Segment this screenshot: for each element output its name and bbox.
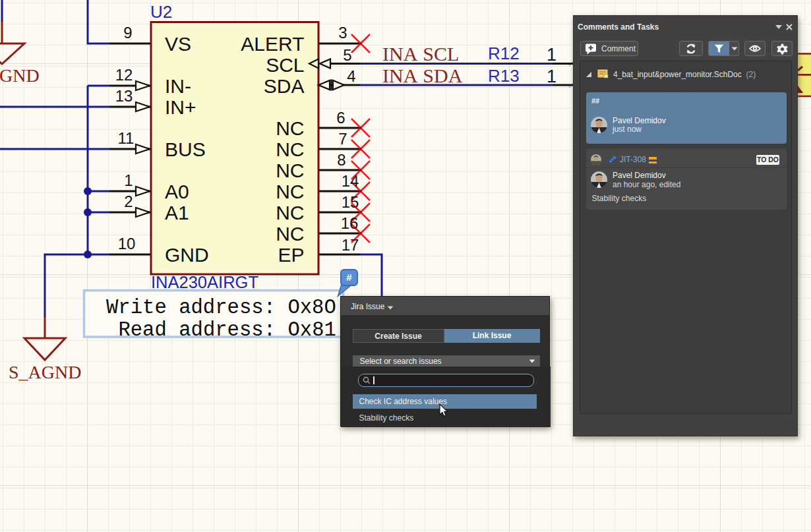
svg-text:16: 16	[341, 214, 359, 232]
svg-text:SDA: SDA	[264, 75, 305, 97]
svg-text:VS: VS	[165, 33, 191, 55]
svg-text:NC: NC	[276, 181, 304, 202]
svg-text:14: 14	[342, 172, 359, 190]
svg-text:INASCL: INASCL	[382, 43, 459, 65]
svg-text:13: 13	[115, 87, 133, 105]
svg-text:2: 2	[124, 192, 133, 210]
svg-text:ALERT: ALERT	[241, 33, 304, 55]
svg-text:NC: NC	[276, 138, 304, 160]
svg-text:6: 6	[336, 109, 345, 127]
svg-text:9: 9	[123, 24, 132, 42]
svg-text:NC: NC	[276, 223, 304, 245]
svg-text:R13: R13	[488, 66, 520, 86]
svg-text:R12: R12	[488, 44, 520, 63]
svg-text:NC: NC	[276, 160, 304, 181]
svg-text:U2: U2	[150, 2, 172, 22]
svg-text:15: 15	[342, 193, 359, 211]
svg-text:Read address: Ox81: Read address: Ox81	[118, 319, 336, 341]
svg-text:NC: NC	[276, 117, 304, 139]
svg-text:4: 4	[347, 67, 355, 85]
svg-text:7: 7	[338, 130, 347, 148]
svg-text:Write address: Ox8O: Write address: Ox8O	[106, 297, 336, 319]
svg-text:17: 17	[342, 236, 359, 254]
svg-text:A1: A1	[165, 202, 189, 223]
svg-text:SCL: SCL	[266, 54, 304, 76]
svg-text:5: 5	[343, 46, 351, 64]
svg-text:NC: NC	[276, 202, 304, 223]
svg-text:10: 10	[118, 235, 136, 252]
svg-text:GND: GND	[165, 244, 209, 266]
svg-text:3: 3	[338, 24, 347, 42]
svg-text:INA230AIRGT: INA230AIRGT	[151, 273, 258, 291]
svg-text:1: 1	[547, 67, 556, 86]
svg-text:INASDA: INASDA	[382, 65, 463, 86]
svg-text:1: 1	[547, 45, 556, 65]
svg-text:BUS: BUS	[165, 138, 206, 160]
svg-text:S_AGND: S_AGND	[9, 362, 81, 382]
svg-text:IN+: IN+	[165, 96, 196, 118]
svg-text:8: 8	[337, 151, 345, 169]
svg-text:EP: EP	[278, 244, 304, 266]
svg-text:11: 11	[118, 129, 135, 147]
svg-text:12: 12	[115, 66, 133, 84]
svg-text:GND: GND	[0, 65, 40, 86]
svg-text:A0: A0	[165, 181, 189, 202]
svg-text:IN-: IN-	[165, 75, 191, 97]
svg-text:1: 1	[124, 171, 133, 189]
